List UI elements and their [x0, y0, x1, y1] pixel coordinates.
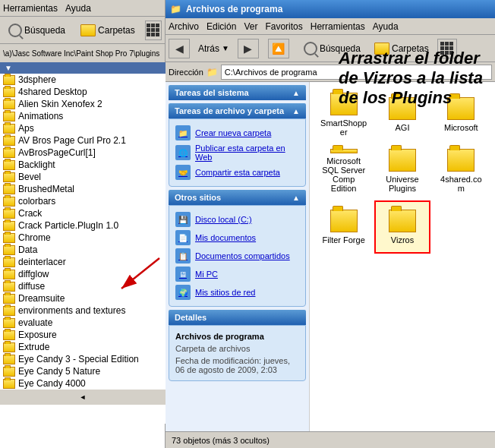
table-row[interactable]: Vizros [374, 200, 430, 254]
list-item[interactable]: BrushedMetal [0, 183, 166, 195]
address-input[interactable] [221, 65, 492, 80]
search-button[interactable]: Búsqueda [298, 39, 366, 58]
menu-ver[interactable]: Ver [244, 21, 257, 32]
list-item[interactable]: 4shared Desktop [0, 86, 166, 98]
folder-icon [3, 112, 15, 121]
network-label: Mis sitios de red [195, 288, 255, 297]
menu-herramientas[interactable]: Herramientas [3, 3, 58, 14]
list-item[interactable]: Extrude [0, 341, 166, 353]
mis-docs-label: Mis documentos [195, 233, 256, 242]
list-item[interactable]: Data [0, 244, 166, 256]
folder-icon [80, 24, 96, 36]
menu-favoritos[interactable]: Favoritos [265, 21, 302, 32]
search-button[interactable]: Búsqueda [3, 21, 71, 39]
large-folder-icon [330, 149, 358, 153]
list-item[interactable]: deinterlacer [0, 256, 166, 268]
details-header[interactable]: Detalles [169, 310, 306, 325]
list-item[interactable]: Alien Skin Xenofex 2 [0, 98, 166, 110]
list-item[interactable]: Eye Candy 5 Nature [0, 365, 166, 377]
right-explorer-panel: 📁 Archivos de programa Archivo Edición V… [166, 0, 495, 448]
forward-button[interactable]: ▶ [238, 39, 259, 58]
list-item[interactable]: AvBrosPageCurl[1] [0, 147, 166, 159]
local-disk-link[interactable]: 💾 Disco local (C:) [175, 210, 299, 229]
create-folder-link[interactable]: 📁 Crear nueva carpeta [175, 124, 299, 142]
menu-herramientas[interactable]: Herramientas [311, 21, 365, 32]
table-row[interactable]: SmartShopper [316, 88, 371, 141]
publish-web-link[interactable]: 🌐 Publicar esta carpeta en Web [175, 142, 299, 163]
file-name: Animations [18, 111, 63, 121]
up-button[interactable]: 🔼 [268, 39, 289, 58]
list-item[interactable]: Eye Candy 4000 [0, 377, 166, 390]
other-sites-chevron: ▲ [292, 194, 300, 202]
right-toolbar: ◀ Atrás ▼ ▶ 🔼 Búsqueda Carpetas [166, 35, 495, 62]
table-row[interactable]: 4shared.com [434, 144, 489, 197]
list-item[interactable]: Crack [0, 207, 166, 219]
system-tasks-chevron: ▲ [292, 89, 300, 97]
table-row[interactable]: Microsoft [434, 88, 489, 141]
list-item[interactable]: Dreamsuite [0, 292, 166, 304]
folder-icon [3, 245, 15, 255]
list-item[interactable]: environments and textures [0, 304, 166, 317]
network-link[interactable]: 🌍 Mis sitios de red [175, 283, 299, 301]
file-name: Bevel [18, 172, 41, 182]
list-item[interactable]: diffuse [0, 280, 166, 292]
view-toggle-button[interactable] [145, 21, 162, 40]
file-list-container[interactable]: ▼ 3dsphere4shared DesktopAlien Skin Xeno… [0, 62, 166, 424]
list-item[interactable]: evaluate [0, 317, 166, 329]
right-address-bar: Dirección 📁 [166, 62, 495, 82]
folder-icon [3, 294, 15, 304]
folder-icon [3, 221, 15, 231]
list-item[interactable]: Aps [0, 122, 166, 134]
list-item[interactable]: Eye Candy 3 - Special Edition [0, 353, 166, 365]
back-button[interactable]: ◀ [169, 39, 190, 58]
folders-button[interactable]: Carpetas [75, 22, 140, 39]
mis-docs-link[interactable]: 📄 Mis documentos [175, 229, 299, 247]
large-folder-icon [389, 97, 416, 120]
menu-ayuda[interactable]: Ayuda [65, 3, 91, 14]
folder-icon [3, 75, 15, 85]
back-label-button[interactable]: Atrás ▼ [193, 41, 235, 56]
table-row[interactable]: AGI [374, 88, 430, 141]
file-name: Alien Skin Xenofex 2 [18, 99, 102, 109]
other-sites-body: 💾 Disco local (C:) 📄 Mis documentos 📋 Do… [169, 205, 306, 307]
list-item[interactable]: Crack Particle.PlugIn 1.0 [0, 219, 166, 232]
file-name: Dreamsuite [18, 293, 65, 304]
share-link[interactable]: 🤝 Compartir esta carpeta [175, 163, 299, 181]
menu-archivo[interactable]: Archivo [169, 21, 199, 32]
view-toggle-button[interactable] [437, 39, 457, 58]
file-name: evaluate [18, 317, 52, 328]
menu-ayuda[interactable]: Ayuda [373, 21, 399, 32]
list-item[interactable]: diffglow [0, 268, 166, 280]
table-row[interactable]: Universe Plugins [374, 144, 430, 197]
list-item[interactable]: colorbars [0, 195, 166, 207]
menu-edicion[interactable]: Edición [207, 21, 236, 32]
large-folder-icon [389, 210, 416, 232]
list-item[interactable]: Bevel [0, 171, 166, 183]
list-item[interactable]: Chrome [0, 232, 166, 244]
folder-icon [3, 185, 15, 194]
file-name: colorbars [18, 196, 55, 207]
system-tasks-label: Tareas del sistema [175, 88, 249, 97]
list-item[interactable]: Exposure [0, 329, 166, 341]
file-name: Crack [18, 208, 42, 219]
folder-section-header[interactable]: ▼ [0, 62, 166, 74]
local-disk-icon: 💾 [175, 212, 191, 227]
file-tasks-header[interactable]: Tareas de archivo y carpeta ▲ [169, 103, 306, 118]
table-row[interactable]: Filter Forge [316, 200, 371, 254]
list-item[interactable]: Animations [0, 110, 166, 122]
list-item[interactable]: AV Bros Page Curl Pro 2.1 [0, 134, 166, 147]
publish-web-icon: 🌐 [175, 145, 191, 160]
system-tasks-header[interactable]: Tareas del sistema ▲ [169, 85, 306, 100]
other-sites-section: Otros sitios ▲ 💾 Disco local (C:) 📄 Mis … [166, 190, 309, 307]
shared-docs-label: Documentos compartidos [195, 251, 290, 260]
table-row[interactable]: Microsoft SQL Server Comp Edition [316, 144, 371, 197]
list-item[interactable]: 3dsphere [0, 74, 166, 86]
list-item[interactable]: Backlight [0, 159, 166, 171]
shared-docs-link[interactable]: 📋 Documentos compartidos [175, 247, 299, 265]
grid-view-icon [147, 24, 159, 36]
folders-button[interactable]: Carpetas [369, 40, 434, 57]
other-sites-header[interactable]: Otros sitios ▲ [169, 190, 306, 205]
my-pc-label: Mi PC [195, 270, 218, 279]
scroll-bar-thumb[interactable]: ◄ [0, 390, 166, 405]
my-pc-link[interactable]: 🖥 Mi PC [175, 265, 299, 283]
